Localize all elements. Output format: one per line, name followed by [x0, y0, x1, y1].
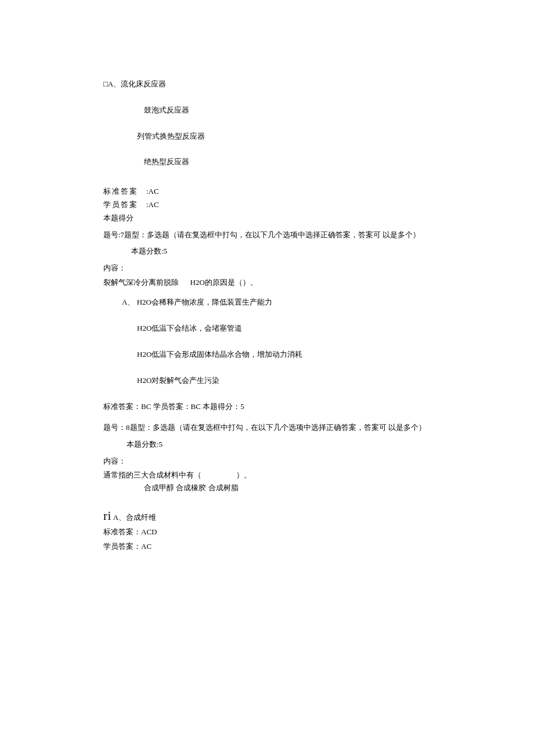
q8-student-answer: 学员答案：AC: [103, 541, 431, 553]
q7-option-c: H2O低温下会形成固体结晶水合物，增加动力消耗: [103, 349, 431, 361]
q6-option-c: 列管式换热型反应器: [103, 131, 431, 143]
q8-content-label: 内容：: [103, 455, 431, 468]
q7-stem-p1: 裂解气深冷分离前脱除: [103, 278, 179, 287]
q8-stem-text: 通常指的三大合成材料中有（: [103, 471, 201, 479]
q6-std-value: :AC: [146, 187, 159, 196]
q6-stu-value: :AC: [146, 200, 159, 209]
q6-option-d: 绝热型反应器: [103, 156, 431, 168]
q7-stem: 裂解气深冷分离前脱除 H2O的原因是（）。: [103, 277, 431, 289]
q8-option-a-row: riA、合成纤维: [103, 507, 431, 526]
q7-content-label: 内容：: [103, 262, 431, 274]
q7-result: 标准答案：BC 学员答案：BC 本题得分：5: [103, 401, 431, 413]
q6-stu-label: 学员答案: [103, 200, 138, 209]
q6-option-d-text: 绝热型反应器: [144, 157, 189, 166]
q7-option-a: A、 H2O会稀释产物浓度，降低装置生产能力: [103, 296, 431, 309]
q7-option-d: H2O对裂解气会产生污染: [103, 375, 431, 387]
q8-stem-tail: ）。: [236, 471, 251, 479]
q7-header: 题号:7题型：多选题（请在复选框中打勾，在以下几个选项中选择正确答案，答案可 以…: [103, 227, 431, 260]
q8-header-text: 题号：8题型：多选题（请在复选框中打勾，在以下几个选项中选择正确答案，答案可 以…: [103, 423, 426, 432]
q6-score-label: 本题得分: [103, 212, 431, 225]
q8-standard-answer: 标准答案：ACD: [103, 526, 431, 538]
q6-option-c-text: 列管式换热型反应器: [137, 132, 205, 140]
q6-option-a-label: □A、: [103, 78, 121, 91]
q8-points: 本题分数:5: [127, 440, 163, 448]
q6-std-label: 标准答案: [103, 187, 138, 196]
q8-stem: 通常指的三大合成材料中有（）。: [103, 469, 431, 482]
q7-option-b: H2O低温下会结冰，会堵塞管道: [103, 323, 431, 335]
q8-header: 题号：8题型：多选题（请在复选框中打勾，在以下几个选项中选择正确答案，答案可 以…: [103, 419, 431, 453]
q8-sub-options: 合成甲醇 合成橡胶 合成树脂: [103, 482, 254, 494]
q7-stem-p2: H2O的原因是（）。: [190, 278, 258, 287]
q7-points: 本题分数:5: [131, 247, 167, 255]
q6-option-b: 鼓泡式反应器: [103, 104, 431, 117]
q8-option-a: A、合成纤维: [113, 512, 156, 524]
q6-option-b-text: 鼓泡式反应器: [144, 106, 189, 114]
q7-header-text: 题号:7题型：多选题（请在复选框中打勾，在以下几个选项中选择正确答案，答案可 以…: [103, 230, 420, 239]
ri-glyph: ri: [103, 507, 111, 526]
q6-student-answer: 学员答案:AC: [103, 199, 431, 211]
q6-standard-answer: 标准答案:AC: [103, 186, 431, 198]
q6-option-a-text: 流化床反应器: [121, 78, 166, 91]
q6-option-a: □A、 流化床反应器: [103, 78, 431, 91]
